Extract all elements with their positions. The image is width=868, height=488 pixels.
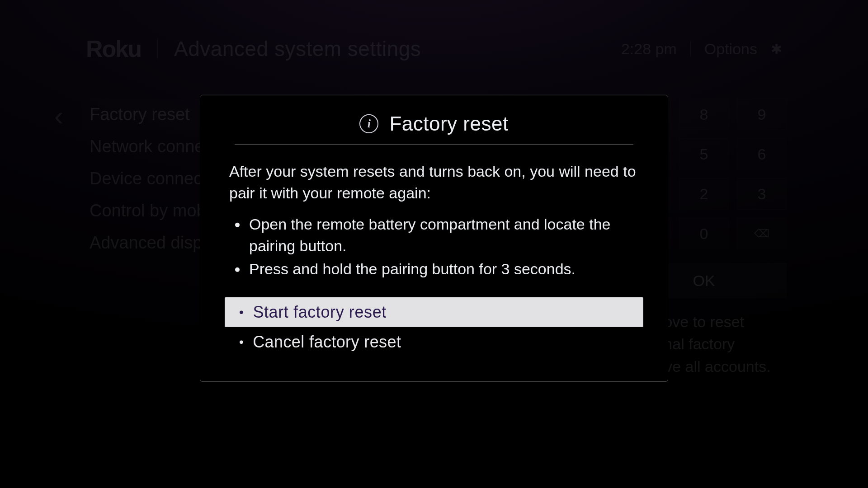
bullet-icon: • <box>239 336 244 348</box>
dialog-bullet: Press and hold the pairing button for 3 … <box>247 258 639 280</box>
bullet-icon: • <box>239 306 244 319</box>
dialog-title: Factory reset <box>389 113 508 135</box>
action-label: Start factory reset <box>253 303 387 322</box>
dialog-bullet-list: Open the remote battery compartment and … <box>229 214 639 280</box>
start-factory-reset-button[interactable]: • Start factory reset <box>225 297 643 327</box>
info-icon: i <box>359 114 378 133</box>
dialog-actions: • Start factory reset • Cancel factory r… <box>221 297 647 357</box>
factory-reset-dialog: i Factory reset After your system resets… <box>200 95 668 382</box>
dialog-bullet: Open the remote battery compartment and … <box>247 214 639 257</box>
dialog-intro-text: After your system resets and turns back … <box>229 161 639 204</box>
action-label: Cancel factory reset <box>253 333 401 352</box>
dialog-body: After your system resets and turns back … <box>221 158 647 297</box>
dialog-header: i Factory reset <box>235 113 633 145</box>
cancel-factory-reset-button[interactable]: • Cancel factory reset <box>225 327 643 357</box>
